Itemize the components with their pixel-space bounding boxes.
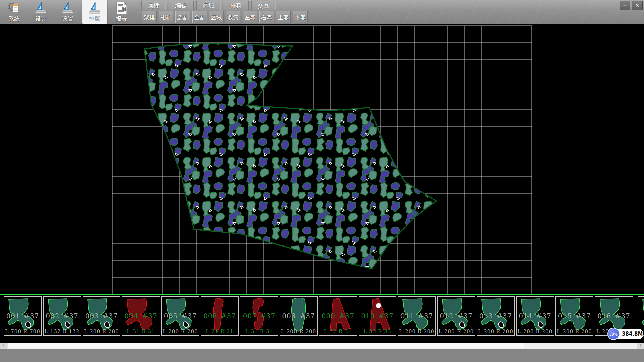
memory-usage: 384.8M: [622, 329, 643, 339]
piece-lr-count: L:200 R:200: [438, 328, 475, 335]
nav-system[interactable]: 系统: [1, 0, 27, 24]
piece-lr-count: L:31 R:31: [240, 328, 278, 335]
piece-id-label: 010_#37: [359, 312, 396, 320]
status-pill: 38% 384.8M: [608, 329, 643, 339]
tab-region[interactable]: 区域: [197, 1, 221, 10]
piece-id-label: 008_#37: [280, 312, 317, 320]
thumbnail-cell[interactable]: 003_#37L:200 R:200: [83, 296, 120, 336]
tab-properties[interactable]: 属性: [142, 1, 166, 10]
nav-layout[interactable]: 排版: [82, 0, 107, 24]
piece-id-label: 009_#37: [319, 312, 357, 320]
status-bar: [0, 349, 644, 362]
nav-label: 系统: [8, 15, 20, 22]
horizontal-scrollbar[interactable]: ‹ ›: [0, 343, 644, 349]
app-window: 系统设计设置排版报表 属性编辑区域排料交互 聚排相机选割全割区域瑕疵左靠右靠上靠…: [0, 0, 644, 362]
thumbnail-cell[interactable]: 012_#37L:200 R:200: [437, 296, 475, 336]
minimize-button[interactable]: ─: [620, 1, 630, 10]
scroll-right-icon[interactable]: ›: [637, 343, 644, 349]
menu-tabs: 属性编辑区域排料交互: [142, 1, 279, 10]
piece-lr-count: L:32 R:31: [319, 328, 357, 335]
thumbnail-cell[interactable]: 006_#37L:21 R:21: [201, 296, 239, 336]
thumbnail-cell[interactable]: 005_#37L:200 R:200: [161, 296, 199, 336]
scroll-left-icon[interactable]: ‹: [0, 343, 7, 349]
tool-defect[interactable]: 瑕疵: [226, 11, 240, 23]
nav-report[interactable]: 报表: [109, 0, 134, 24]
strip-divider: [0, 294, 644, 295]
thumbnail-cell[interactable]: 013_#37L:200 R:200: [477, 296, 515, 336]
piece-id-label: 004_#37: [122, 312, 160, 320]
piece-id-label: 015_#37: [556, 312, 593, 320]
piece-id-label: 005_#37: [162, 312, 199, 320]
piece-id-label: 001_#37: [4, 312, 41, 320]
piece-id-label: 002_#37: [44, 312, 81, 320]
piece-thumbnail-strip: 001_#37L:700 R:700002_#37L:132 R:132003_…: [0, 294, 644, 343]
piece-lr-count: L:200 R:200: [83, 328, 120, 335]
tool-align-bottom[interactable]: 下靠: [293, 11, 308, 23]
tool-align-top[interactable]: 上靠: [276, 11, 291, 23]
piece-lr-count: L:200 R:200: [398, 328, 435, 335]
tool-align-left[interactable]: 左靠: [243, 11, 257, 23]
toolbar: 系统设计设置排版报表 属性编辑区域排料交互 聚排相机选割全割区域瑕疵左靠右靠上靠…: [0, 0, 644, 24]
thumbnail-cell[interactable]: 009_#37L:32 R:31: [319, 296, 357, 336]
piece-lr-count: L:132 R:132: [44, 328, 81, 335]
tab-edit[interactable]: 编辑: [169, 1, 193, 10]
tool-row: 聚排相机选割全割区域瑕疵左靠右靠上靠下靠: [142, 11, 310, 23]
nav-label: 设置: [62, 15, 73, 22]
piece-lr-count: L:700 R:700: [4, 328, 41, 335]
report-doc-icon: [114, 1, 128, 15]
system-gear-icon: [7, 1, 21, 15]
piece-id-label: 014_#37: [517, 312, 554, 320]
thumbnail-cell[interactable]: 010_#37L:33 R:33: [359, 296, 396, 336]
nesting-canvas[interactable]: [0, 24, 644, 294]
hide-nesting-view[interactable]: [112, 24, 532, 294]
piece-lr-count: L:200 R:200: [280, 328, 317, 335]
piece-id-label: 011_#37: [398, 312, 435, 320]
nav-label: 设计: [35, 15, 47, 22]
set-square-icon: [61, 1, 75, 15]
piece-lr-count: L:200 R:200: [162, 328, 199, 335]
piece-id-label: 016_#37: [595, 312, 633, 320]
scrollbar-thumb[interactable]: [7, 343, 524, 348]
thumbnail-cell[interactable]: 014_#37L:200 R:200: [516, 296, 554, 336]
thumbnail-cell[interactable]: 007_#37L:31 R:31: [240, 296, 278, 336]
tab-interact[interactable]: 交互: [252, 1, 276, 10]
tool-region[interactable]: 区域: [209, 11, 224, 23]
set-square-icon: [34, 1, 48, 15]
piece-outline: [642, 299, 644, 330]
piece-lr-count: L:21 R:21: [201, 328, 238, 335]
nav-label: 报表: [116, 15, 127, 22]
tool-select-cut[interactable]: 选割: [175, 11, 190, 23]
close-button[interactable]: ✕: [632, 1, 643, 10]
progress-badge: 38%: [607, 328, 620, 340]
nav-label: 排版: [89, 15, 100, 22]
piece-id-label: 007_#37: [240, 312, 278, 320]
piece-lr-count: L:33 R:33: [359, 328, 396, 335]
piece-id-label: 013_#37: [477, 312, 514, 320]
tool-camera[interactable]: 相机: [159, 11, 173, 23]
piece-id-label: 003_#37: [83, 312, 120, 320]
piece-id-label: 006_#37: [201, 312, 238, 320]
piece-lr-count: L:200 R:200: [556, 328, 593, 335]
window-controls: ─✕: [620, 1, 643, 10]
tool-align-right[interactable]: 右靠: [259, 11, 274, 23]
tool-cluster-nest[interactable]: 聚排: [142, 11, 157, 23]
piece-lr-count: L:31 R:31: [122, 328, 160, 335]
piece-id-label: 012_#37: [438, 312, 475, 320]
thumbnail-cell[interactable]: 002_#37L:132 R:132: [43, 296, 81, 336]
thumbnail-cell[interactable]: 011_#37L:200 R:200: [398, 296, 436, 336]
tool-cut-all[interactable]: 全割: [192, 11, 207, 23]
nav-settings[interactable]: 设置: [55, 0, 80, 24]
set-square-icon: [88, 1, 102, 15]
leather-hide[interactable]: [112, 24, 532, 294]
thumbnail-cell[interactable]: 004_#37L:31 R:31: [122, 296, 160, 336]
thumbnail-cell[interactable]: 008_#37L:200 R:200: [280, 296, 318, 336]
tab-nesting[interactable]: 排料: [224, 1, 248, 10]
nav-design[interactable]: 设计: [28, 0, 54, 24]
thumbnail-cell[interactable]: 015_#37L:200 R:200: [555, 296, 593, 336]
piece-lr-count: L:200 R:200: [517, 328, 554, 335]
thumbnail-cell[interactable]: 001_#37L:700 R:700: [4, 296, 42, 336]
piece-lr-count: L:200 R:200: [477, 328, 514, 335]
nav-buttons: 系统设计设置排版报表: [1, 0, 136, 24]
